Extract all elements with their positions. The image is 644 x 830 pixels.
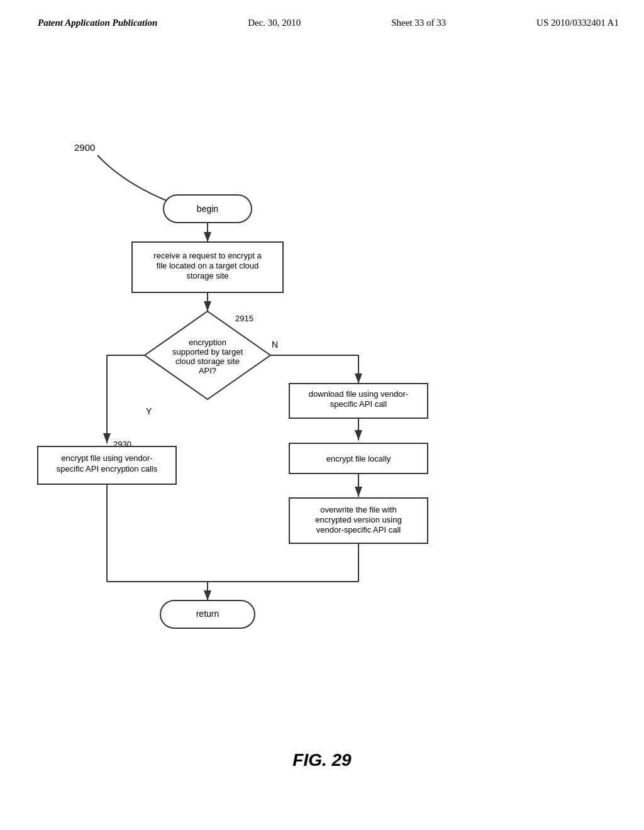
step-2915-line1: encryption	[189, 338, 226, 347]
step-2930-line1: encrypt file using vendor-	[61, 453, 152, 463]
step-2915-line2: supported by target	[172, 347, 243, 357]
ref-2915: 2915	[235, 314, 253, 323]
step-2945-label: encrypt file locally	[326, 454, 391, 463]
step-2910-line3: storage site	[186, 271, 228, 280]
begin-label: begin	[197, 204, 218, 214]
step-2930-line2: specific API encryption calls	[57, 464, 158, 473]
return-label: return	[196, 609, 219, 619]
diagram-entry-arrow	[97, 155, 176, 204]
step-2950-line1: overwrite the file with	[320, 505, 396, 514]
step-2910-line2: file located on a target cloud	[157, 261, 259, 270]
publication-title: Patent Application Publication	[38, 18, 157, 28]
step-2940-line1: download file using vendor-	[309, 389, 408, 399]
step-2915-line3: cloud storage site	[175, 357, 240, 366]
branch-n-label: N	[272, 340, 278, 350]
diagram-number-label: 2900	[74, 142, 95, 153]
page-header: Patent Application Publication Dec. 30, …	[0, 0, 644, 28]
step-2915-line4: API?	[199, 366, 216, 375]
step-2950-line2: encrypted version using	[315, 515, 401, 524]
step-2950-line3: vendor-specific API call	[316, 525, 401, 534]
step-2940-line2: specific API call	[330, 399, 387, 409]
branch-y-label: Y	[146, 406, 152, 416]
figure-label: FIG. 29	[0, 750, 644, 770]
step-2910-line1: receive a request to encrypt a	[153, 251, 262, 260]
sheet-info: Sheet 33 of 33	[391, 18, 446, 28]
patent-number: US 2010/0332401 A1	[536, 18, 619, 28]
publication-date: Dec. 30, 2010	[248, 18, 301, 28]
flowchart-svg: 2900 begin 2910 receive a request to enc…	[0, 35, 644, 789]
